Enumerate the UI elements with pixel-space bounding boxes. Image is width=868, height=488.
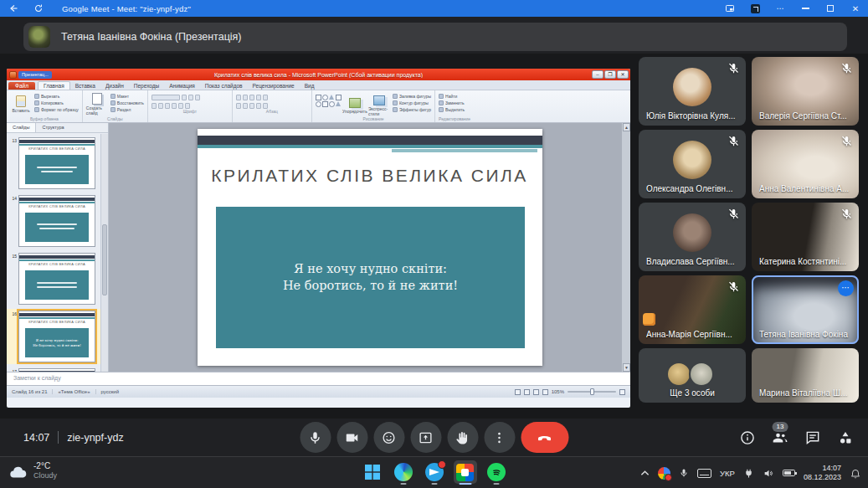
browser-menu-button[interactable]: ⋯ — [768, 0, 793, 17]
layout-button[interactable]: Макет — [110, 94, 144, 99]
zoom-slider[interactable] — [568, 391, 616, 393]
select-button[interactable]: Выделить — [439, 107, 465, 112]
ppt-minimize-button[interactable]: – — [592, 70, 603, 79]
participant-tile[interactable]: Марина Віталіївна Ш... — [752, 348, 859, 403]
participant-tile[interactable]: Юлія Вікторівна Куля... — [639, 57, 746, 126]
meeting-details-button[interactable] — [738, 429, 757, 447]
ppt-tab-animations[interactable]: Анимация — [164, 82, 200, 90]
ppt-tab-review[interactable]: Рецензирование — [248, 82, 300, 90]
maximize-button[interactable] — [818, 0, 843, 17]
participant-tile[interactable]: Валерія Сергіївна Ст... — [752, 57, 859, 126]
reactions-button[interactable] — [373, 422, 404, 453]
touch-keyboard-icon[interactable] — [697, 469, 711, 478]
align-center-button[interactable] — [243, 103, 248, 109]
tray-plug-icon[interactable] — [743, 468, 754, 479]
end-call-button[interactable] — [521, 422, 568, 453]
ppt-tab-home[interactable]: Главная — [38, 81, 70, 90]
tray-volume-icon[interactable] — [763, 468, 774, 479]
bullets-button[interactable] — [236, 95, 241, 100]
underline-button[interactable] — [165, 103, 170, 109]
format-painter-button[interactable]: Формат по образцу — [34, 107, 79, 112]
close-button[interactable]: ✕ — [843, 0, 868, 17]
shape-outline-button[interactable]: Контур фигуры — [393, 100, 431, 105]
ppt-tab-transitions[interactable]: Переходы — [129, 82, 165, 90]
present-button[interactable] — [410, 422, 441, 453]
back-icon[interactable] — [8, 3, 18, 13]
replace-button[interactable]: Заменить — [439, 100, 465, 105]
slide-thumbnail-15[interactable]: 15 КРИЛАТИХ СЛІВ ВЕЛИКА СИЛА — [7, 251, 100, 306]
slideshow-button[interactable] — [542, 389, 548, 395]
italic-button[interactable] — [158, 103, 163, 109]
tile-more-button[interactable]: ⋯ — [838, 280, 854, 296]
overflow-tile[interactable]: Ще 3 особи — [639, 348, 746, 403]
panel-tab-slides[interactable]: Слайды — [7, 123, 36, 132]
more-options-button[interactable] — [484, 422, 515, 453]
mic-button[interactable] — [300, 422, 331, 453]
thumbnails-scrollbar[interactable] — [100, 134, 108, 372]
minimize-button[interactable] — [793, 0, 818, 17]
taskbar-telegram[interactable] — [423, 460, 446, 484]
shared-powerpoint-window[interactable]: Презентац... Крилатих слів велика сила -… — [7, 69, 630, 408]
raise-hand-button[interactable] — [447, 422, 478, 453]
current-slide[interactable]: КРИЛАТИХ СЛІВ ВЕЛИКА СИЛА Я не хочу нудн… — [198, 129, 542, 366]
refresh-icon[interactable] — [33, 3, 44, 13]
slide-quote-box[interactable]: Я не хочу нудно скніти: Не боротись, то … — [216, 207, 525, 347]
paste-button[interactable]: Вставить — [10, 92, 32, 116]
align-left-button[interactable] — [236, 103, 241, 109]
pip-icon[interactable] — [717, 0, 742, 17]
tray-battery-icon[interactable] — [783, 470, 795, 476]
app-window-icon[interactable] — [742, 0, 768, 17]
quick-styles-button[interactable]: Экспресс-стили — [368, 92, 390, 116]
tray-clock[interactable]: 14:07 08.12.2023 — [804, 464, 841, 482]
people-button[interactable]: 13 — [771, 429, 789, 447]
grow-font-icon[interactable] — [188, 95, 193, 100]
ppt-tab-file[interactable]: Файл — [8, 82, 35, 90]
slide-thumbnail-16-selected[interactable]: 16 КРИЛАТИХ СЛІВ ВЕЛИКА СИЛАЯ не хочу ну… — [7, 309, 100, 364]
ppt-restore-button[interactable]: ❐ — [604, 70, 616, 79]
reset-button[interactable]: Восстановить — [110, 100, 144, 105]
slide-thumbnail-13[interactable]: 13 КРИЛАТИХ СЛІВ ВЕЛИКА СИЛА — [7, 136, 100, 191]
slide-editor-area[interactable]: КРИЛАТИХ СЛІВ ВЕЛИКА СИЛА Я не хочу нудн… — [109, 123, 630, 372]
notifications-bell-icon[interactable] — [850, 467, 861, 480]
participant-tile[interactable]: Олександра Олегівн... — [639, 130, 746, 198]
notes-pane[interactable]: Заметки к слайду — [7, 372, 630, 385]
line-spacing-button[interactable] — [263, 95, 268, 100]
shrink-font-icon[interactable] — [195, 95, 200, 100]
shapes-gallery[interactable] — [316, 92, 342, 116]
slide-thumbnail-14[interactable]: 14 КРИЛАТИХ СЛІВ ВЕЛИКА СИЛА — [7, 193, 100, 249]
ppt-tab-slideshow[interactable]: Показ слайдов — [200, 82, 248, 90]
copy-button[interactable]: Копировать — [34, 100, 79, 105]
tray-mic-icon[interactable] — [679, 467, 689, 479]
participant-tile[interactable]: Катерина Костянтині... — [752, 203, 859, 271]
shape-effects-button[interactable]: Эффекты фигур — [393, 107, 431, 112]
ppt-tab-design[interactable]: Дизайн — [100, 82, 129, 90]
indent-decrease-button[interactable] — [249, 95, 254, 100]
weather-widget[interactable]: -2°C Cloudy — [8, 461, 57, 480]
tray-meet-icon[interactable] — [658, 467, 670, 480]
tray-chevron-icon[interactable] — [640, 470, 650, 476]
font-name-control[interactable] — [152, 95, 180, 100]
shadow-button[interactable] — [178, 103, 183, 109]
ppt-tab-insert[interactable]: Вставка — [70, 82, 100, 90]
taskbar-spotify[interactable] — [485, 460, 508, 484]
chat-button[interactable] — [804, 429, 822, 447]
find-button[interactable]: Найти — [439, 94, 465, 99]
panel-tab-outline[interactable]: Структура — [36, 123, 69, 132]
reading-view-button[interactable] — [533, 389, 539, 395]
bold-button[interactable] — [152, 103, 157, 109]
taskbar-edge[interactable] — [392, 460, 415, 484]
font-size-control[interactable] — [182, 95, 187, 100]
participant-tile[interactable]: Анна-Марія Сергіївн... — [639, 275, 746, 344]
normal-view-button[interactable] — [515, 389, 521, 395]
ppt-tab-view[interactable]: Вид — [300, 82, 320, 90]
align-right-button[interactable] — [249, 103, 254, 109]
new-slide-button[interactable]: Создать слайд — [86, 92, 108, 116]
participant-tile[interactable]: Владислава Сергіївн... — [639, 203, 746, 271]
justify-button[interactable] — [256, 103, 261, 109]
language-indicator[interactable]: УКР — [720, 469, 735, 478]
strikethrough-button[interactable] — [172, 103, 177, 109]
camera-button[interactable] — [336, 422, 367, 453]
columns-button[interactable] — [263, 103, 268, 109]
section-button[interactable]: Раздел — [110, 107, 144, 112]
arrange-button[interactable]: Упорядочить — [344, 92, 366, 116]
